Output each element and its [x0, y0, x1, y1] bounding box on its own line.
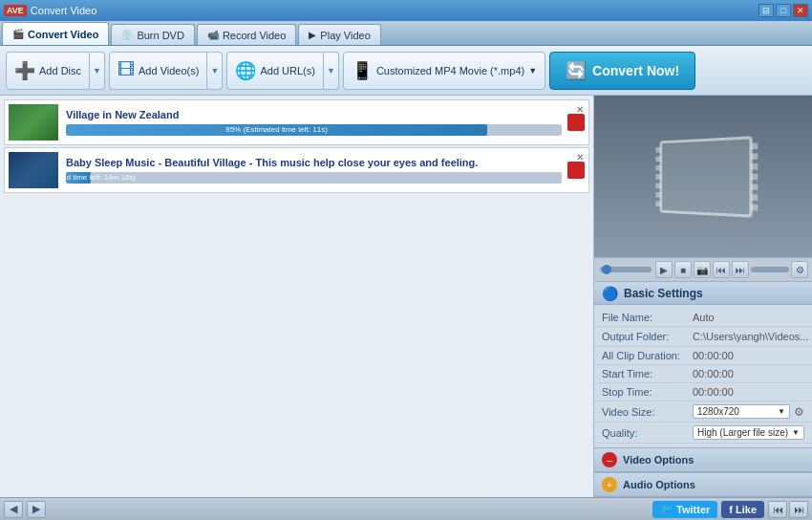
- duration-value: 00:00:00: [693, 350, 804, 361]
- burn-tab-icon: 💿: [121, 30, 133, 40]
- file-progress-bg-2: 5% (Estimated time left: 14m 16s): [66, 172, 562, 184]
- film-strip: [660, 136, 753, 218]
- convert-label: Convert Now!: [592, 63, 679, 78]
- settings-button[interactable]: ⚙: [791, 261, 808, 278]
- next-button[interactable]: ⏭: [732, 261, 749, 278]
- format-selector[interactable]: 📱 Customized MP4 Movie (*.mp4) ▼: [343, 52, 545, 90]
- thumb-inner-1: [9, 104, 58, 141]
- file-stop-button-2[interactable]: [567, 162, 585, 179]
- add-urls-dropdown[interactable]: ▼: [324, 52, 339, 90]
- add-videos-label: Add Video(s): [139, 65, 199, 76]
- filename-value: Auto: [693, 312, 804, 323]
- add-videos-group: 🎞 Add Video(s) ▼: [109, 52, 223, 90]
- format-icon: 📱: [352, 60, 373, 81]
- minimize-button[interactable]: ⊟: [759, 4, 774, 17]
- file-stop-button-1[interactable]: [567, 114, 585, 131]
- twitter-icon: 🐦: [660, 503, 673, 515]
- play-button[interactable]: ▶: [655, 261, 673, 278]
- facebook-icon: f: [729, 504, 733, 515]
- twitter-label: Twitter: [676, 504, 710, 515]
- add-disc-dropdown[interactable]: ▼: [90, 52, 105, 90]
- videosize-extra[interactable]: ⚙: [794, 405, 804, 419]
- audio-options-section[interactable]: + Audio Options: [594, 472, 812, 497]
- convert-now-button[interactable]: 🔄 Convert Now!: [549, 52, 695, 90]
- video-options-icon: –: [602, 452, 617, 467]
- stop-button[interactable]: ■: [674, 261, 692, 278]
- tab-play-label: Play Video: [320, 30, 370, 41]
- nav-prev-button[interactable]: ⏮: [768, 501, 787, 518]
- add-videos-icon: 🎞: [118, 60, 135, 80]
- facebook-button[interactable]: f Like: [721, 501, 764, 518]
- file-progress-text-2: 5% (Estimated time left: 14m 16s): [66, 172, 136, 184]
- file-close-button-1[interactable]: ✕: [573, 102, 587, 116]
- tab-convert[interactable]: 🎬 Convert Video: [2, 22, 109, 45]
- screenshot-button[interactable]: 📷: [694, 261, 711, 278]
- maximize-button[interactable]: □: [776, 4, 791, 17]
- add-videos-button[interactable]: 🎞 Add Video(s): [109, 52, 207, 90]
- close-button[interactable]: ✕: [793, 4, 808, 17]
- add-disc-icon: ➕: [14, 60, 35, 81]
- quality-select[interactable]: High (Larger file size) ▼: [693, 425, 804, 440]
- file-progress-bg-1: 85% (Estimated time left: 11s): [66, 124, 562, 136]
- setting-row-filename: File Name: Auto: [594, 309, 812, 327]
- add-disc-button[interactable]: ➕ Add Disc: [6, 52, 90, 90]
- nav-next-button[interactable]: ⏭: [789, 501, 808, 518]
- file-progress-bar-2: 5% (Estimated time left: 14m 16s): [66, 172, 91, 184]
- tab-play[interactable]: ▶ Play Video: [298, 24, 380, 45]
- status-back-button[interactable]: ◀: [4, 501, 23, 518]
- status-nav: ⏮ ⏭: [768, 501, 808, 518]
- stop-value: 00:00:00: [693, 386, 804, 398]
- videosize-arrow: ▼: [778, 407, 785, 416]
- add-urls-icon: 🌐: [235, 60, 256, 81]
- tab-record[interactable]: 📹 Record Video: [197, 24, 296, 45]
- list-item: Baby Sleep Music - Beautiful Village - T…: [4, 147, 589, 193]
- add-urls-button[interactable]: 🌐 Add URL(s): [226, 52, 323, 90]
- file-progress-bar-1: 85% (Estimated time left: 11s): [66, 124, 487, 136]
- twitter-button[interactable]: 🐦 Twitter: [652, 501, 717, 518]
- tab-burn[interactable]: 💿 Burn DVD: [111, 24, 195, 45]
- file-close-button-2[interactable]: ✕: [573, 150, 587, 163]
- setting-row-videosize: Video Size: 1280x720 ▼ ⚙: [594, 401, 812, 422]
- file-thumbnail-1: [9, 104, 58, 141]
- preview-area: [594, 96, 812, 257]
- toolbar: ➕ Add Disc ▼ 🎞 Add Video(s) ▼ 🌐 Add URL(…: [0, 46, 812, 96]
- title-bar-left: AVE Convert Video: [4, 5, 96, 16]
- tab-burn-label: Burn DVD: [137, 30, 184, 41]
- add-urls-group: 🌐 Add URL(s) ▼: [226, 52, 338, 90]
- format-dropdown-arrow: ▼: [528, 66, 537, 76]
- add-disc-label: Add Disc: [39, 65, 81, 76]
- video-options-label: Video Options: [623, 454, 694, 466]
- file-title-2: Baby Sleep Music - Beautiful Village - T…: [66, 157, 562, 168]
- tab-convert-label: Convert Video: [28, 29, 98, 40]
- file-thumbnail-2: [9, 152, 58, 188]
- settings-header: 🔵 Basic Settings: [594, 282, 812, 305]
- setting-row-start: Start Time: 00:00:00: [594, 365, 812, 383]
- filename-label: File Name:: [602, 312, 693, 323]
- settings-title: Basic Settings: [624, 287, 703, 300]
- add-videos-dropdown[interactable]: ▼: [207, 52, 223, 90]
- videosize-value: 1280x720: [697, 406, 739, 417]
- setting-row-quality: Quality: High (Larger file size) ▼: [594, 422, 812, 444]
- start-label: Start Time:: [602, 368, 693, 379]
- duration-label: All Clip Duration:: [602, 350, 693, 361]
- add-disc-group: ➕ Add Disc ▼: [6, 52, 105, 90]
- tabs-bar: 🎬 Convert Video 💿 Burn DVD 📹 Record Vide…: [0, 21, 812, 46]
- volume-bar[interactable]: [751, 267, 789, 272]
- start-value: 00:00:00: [693, 368, 804, 379]
- video-options-section[interactable]: – Video Options: [594, 447, 812, 472]
- audio-options-label: Audio Options: [623, 479, 695, 490]
- videosize-select[interactable]: 1280x720 ▼: [693, 404, 790, 419]
- app-logo: AVE: [4, 5, 27, 16]
- title-bar-controls[interactable]: ⊟ □ ✕: [759, 4, 808, 17]
- status-forward-button[interactable]: ▶: [27, 501, 46, 518]
- thumb-inner-2: [9, 152, 58, 188]
- app-title: Convert Video: [31, 5, 97, 16]
- facebook-label: Like: [736, 504, 757, 515]
- list-item: Village in New Zealand 85% (Estimated ti…: [4, 99, 589, 145]
- prev-button[interactable]: ⏮: [713, 261, 730, 278]
- setting-row-stop: Stop Time: 00:00:00: [594, 383, 812, 401]
- seek-handle[interactable]: [602, 265, 611, 274]
- seek-bar[interactable]: [600, 267, 652, 272]
- file-title-1: Village in New Zealand: [66, 109, 562, 120]
- output-value: C:\Users\yangh\Videos...: [693, 331, 808, 342]
